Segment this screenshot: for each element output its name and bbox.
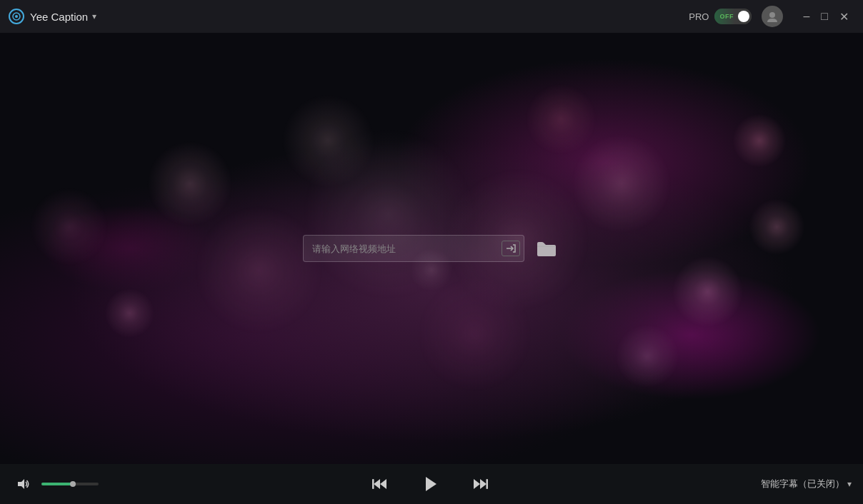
volume-button[interactable] (11, 475, 36, 493)
svg-point-2 (769, 12, 775, 18)
control-bar: 智能字幕（已关闭） ▾ (0, 464, 863, 504)
svg-marker-5 (380, 479, 386, 489)
rewind-button[interactable] (366, 475, 394, 493)
url-input-container (303, 235, 560, 262)
svg-point-1 (15, 15, 18, 18)
svg-marker-3 (18, 479, 24, 489)
smart-caption-text: 智能字幕（已关闭） (761, 478, 844, 490)
volume-dot (70, 481, 76, 487)
svg-marker-4 (374, 479, 380, 489)
svg-rect-10 (486, 479, 488, 489)
svg-marker-9 (474, 479, 480, 489)
center-controls (106, 472, 754, 496)
open-folder-button[interactable] (533, 239, 560, 258)
maximize-button[interactable]: □ (815, 0, 834, 33)
close-button[interactable]: ✕ (834, 0, 854, 33)
app-logo-icon (9, 9, 24, 24)
titlebar: Yee Caption ▾ PRO OFF – □ ✕ (0, 0, 863, 33)
svg-marker-8 (480, 479, 487, 489)
url-input-wrapper (303, 235, 524, 262)
volume-area (11, 475, 99, 493)
toggle-off-text: OFF (719, 13, 734, 20)
smart-caption-dropdown-icon: ▾ (847, 479, 852, 489)
volume-fill (41, 483, 73, 485)
smart-caption[interactable]: 智能字幕（已关闭） ▾ (761, 478, 852, 490)
pro-label: PRO (689, 11, 709, 22)
play-button[interactable] (415, 472, 445, 496)
svg-marker-7 (426, 477, 437, 491)
url-input[interactable] (303, 235, 524, 262)
url-enter-button[interactable] (502, 241, 520, 256)
app-title: Yee Caption (30, 11, 88, 23)
volume-slider[interactable] (41, 483, 99, 485)
minimize-button[interactable]: – (797, 0, 815, 33)
svg-rect-6 (372, 479, 374, 489)
main-area (0, 33, 863, 464)
pro-toggle[interactable]: OFF (714, 9, 752, 24)
fastforward-button[interactable] (467, 475, 494, 493)
user-avatar[interactable] (762, 6, 783, 27)
app-menu-dropdown[interactable]: ▾ (92, 11, 96, 21)
